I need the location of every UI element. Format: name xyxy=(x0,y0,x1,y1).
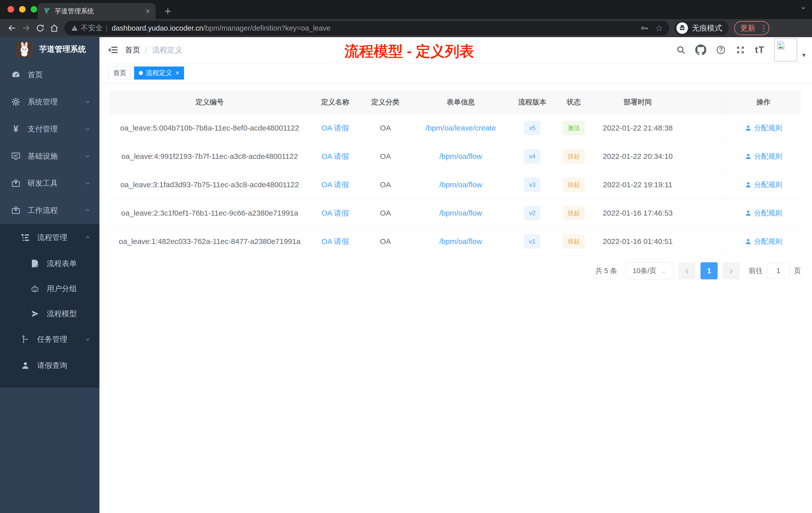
monitor-icon xyxy=(10,151,22,161)
sidebar-item-label: 任务管理 xyxy=(37,334,67,344)
form-link[interactable]: /bpm/oa/flow xyxy=(439,180,482,189)
reload-button[interactable] xyxy=(33,21,47,35)
column-header-category: 定义分类 xyxy=(360,90,410,114)
sidebar-logo-row[interactable]: 芋道管理系统 xyxy=(0,37,99,61)
bookmark-star-icon[interactable]: ☆ xyxy=(655,23,663,33)
definition-name-link[interactable]: OA 请假 xyxy=(321,180,349,190)
address-bar[interactable]: 不安全 | dashboard.yudao.iocoder.cn/bpm/man… xyxy=(64,21,669,35)
table-row: oa_leave:1:482ec033-762a-11ec-8477-a2380… xyxy=(109,228,801,256)
definition-category: OA xyxy=(360,199,410,227)
sidebar-item-devtools[interactable]: 研发工具 xyxy=(0,170,99,197)
breadcrumb: 首页 / 流程定义 xyxy=(125,37,182,63)
definition-name-link[interactable]: OA 请假 xyxy=(321,151,349,162)
browser-menu-kebab-icon[interactable]: ⋮ xyxy=(760,23,766,33)
forward-button[interactable] xyxy=(19,21,33,35)
definition-id: oa_leave:1:482ec033-762a-11ec-8477-a2380… xyxy=(109,228,310,255)
form-link[interactable]: /bpm/oa/flow xyxy=(439,209,482,217)
window-zoom-button[interactable] xyxy=(31,6,37,12)
tab-close-icon[interactable]: × xyxy=(145,6,150,16)
breadcrumb-home[interactable]: 首页 xyxy=(125,45,140,55)
next-page-button[interactable]: › xyxy=(723,262,740,279)
status-badge: 挂起 xyxy=(563,149,584,163)
assign-rule-button[interactable]: 分配规则 xyxy=(745,180,782,189)
column-spacer xyxy=(682,90,726,114)
page-annotation-title: 流程模型 - 定义列表 xyxy=(345,42,474,61)
current-page-button[interactable]: 1 xyxy=(700,262,718,279)
avatar[interactable] xyxy=(774,38,797,61)
chevron-up-icon xyxy=(84,207,91,214)
tag-process-definition[interactable]: 流程定义 × xyxy=(134,66,184,80)
window-minimize-button[interactable] xyxy=(19,6,26,12)
browser-tab-strip: 芋道管理系统 × + ⌄ xyxy=(0,0,812,19)
incognito-badge: 无痕模式 xyxy=(674,21,729,35)
url-host: dashboard.yudao.iocoder.cn xyxy=(112,24,203,32)
page-size-select[interactable]: 10条/页 ⌄ xyxy=(626,262,673,279)
column-header-deploy-time: 部署时间 xyxy=(594,90,682,114)
sidebar-item-leave-query[interactable]: 请假查询 xyxy=(0,352,99,379)
search-icon[interactable] xyxy=(676,45,686,55)
prev-page-button[interactable]: ‹ xyxy=(678,262,696,279)
sidebar-item-label: 首页 xyxy=(28,70,43,80)
chevron-down-icon xyxy=(84,336,91,342)
table-row: oa_leave:3:1fad3d93-7b75-11ec-a3c8-acde4… xyxy=(109,171,801,199)
column-header-id: 定义编号 xyxy=(109,90,310,114)
sidebar-item-label: 流程表单 xyxy=(47,259,77,269)
assign-rule-button[interactable]: 分配规则 xyxy=(745,123,782,133)
tab-search-chevron-icon[interactable]: ⌄ xyxy=(800,2,807,11)
password-key-icon[interactable] xyxy=(640,24,649,32)
list-tree-icon xyxy=(20,233,31,242)
form-link[interactable]: /bpm/oa/flow xyxy=(439,237,482,246)
definition-category: OA xyxy=(360,114,410,142)
new-tab-button[interactable]: + xyxy=(165,3,171,19)
font-size-icon[interactable]: tT xyxy=(755,45,764,55)
user-icon xyxy=(745,181,752,188)
sidebar-item-home[interactable]: 首页 xyxy=(0,61,99,88)
avatar-caret-icon[interactable]: ▾ xyxy=(802,51,806,59)
sidebar-item-system[interactable]: 系统管理 xyxy=(0,88,99,116)
sidebar-item-label: 支付管理 xyxy=(28,124,58,134)
sidebar-item-task-management[interactable]: 任务管理 xyxy=(0,326,99,352)
goto-page-input[interactable] xyxy=(767,263,790,279)
browser-tab[interactable]: 芋道管理系统 × xyxy=(38,3,156,19)
security-label[interactable]: 不安全 xyxy=(81,23,103,33)
sidebar-item-process-form[interactable]: 流程表单 xyxy=(0,251,99,276)
sidebar-item-infra[interactable]: 基础设施 xyxy=(0,143,99,170)
fullscreen-icon[interactable] xyxy=(735,45,746,55)
definition-name-link[interactable]: OA 请假 xyxy=(321,208,349,218)
assign-rule-button[interactable]: 分配规则 xyxy=(745,208,782,218)
update-label[interactable]: 更新 xyxy=(740,23,755,33)
sidebar-item-process-management[interactable]: 流程管理 xyxy=(0,224,99,251)
sidebar-item-label: 流程管理 xyxy=(37,233,67,243)
sidebar-item-label: 工作流程 xyxy=(28,205,58,216)
app-logo-rabbit xyxy=(16,41,33,58)
github-icon[interactable] xyxy=(695,44,706,56)
sidebar-item-process-model[interactable]: 流程模型 xyxy=(0,301,99,326)
sidebar-item-label: 系统管理 xyxy=(28,97,58,107)
assign-rule-button[interactable]: 分配规则 xyxy=(745,237,782,246)
user-icon xyxy=(745,153,752,160)
tab-title: 芋道管理系统 xyxy=(55,7,145,16)
definition-name-link[interactable]: OA 请假 xyxy=(321,123,349,133)
tag-close-icon[interactable]: × xyxy=(175,69,179,77)
sidebar-toggle-hamburger-icon[interactable] xyxy=(108,45,118,56)
tag-label: 首页 xyxy=(113,68,126,77)
definition-id: oa_leave:3:1fad3d93-7b75-11ec-a3c8-acde4… xyxy=(109,171,310,199)
window-close-button[interactable] xyxy=(7,6,14,12)
back-button[interactable] xyxy=(5,21,19,35)
help-question-icon[interactable] xyxy=(716,45,726,55)
assign-rule-button[interactable]: 分配规则 xyxy=(745,152,782,161)
sidebar-item-user-group[interactable]: 用户分组 xyxy=(0,276,99,301)
form-link[interactable]: /bpm/oa/flow xyxy=(439,152,482,161)
user-icon xyxy=(745,210,752,217)
definition-name-link[interactable]: OA 请假 xyxy=(321,236,349,247)
tag-home[interactable]: 首页 xyxy=(109,66,131,80)
sidebar-item-payment[interactable]: ¥ 支付管理 xyxy=(0,116,99,143)
sidebar-item-workflow[interactable]: 工作流程 xyxy=(0,197,99,224)
deploy-time: 2022-01-16 17:46:53 xyxy=(594,199,682,227)
chrome-update-button[interactable]: 更新 ⋮ xyxy=(734,21,769,35)
definition-table: 定义编号 定义名称 定义分类 表单信息 流程版本 状态 部署时间 操作 oa_l… xyxy=(109,90,801,256)
breadcrumb-current: 流程定义 xyxy=(152,45,182,55)
form-link[interactable]: /bpm/oa/leave/create xyxy=(426,124,496,132)
home-button[interactable] xyxy=(47,21,61,35)
column-header-status: 状态 xyxy=(554,90,594,114)
